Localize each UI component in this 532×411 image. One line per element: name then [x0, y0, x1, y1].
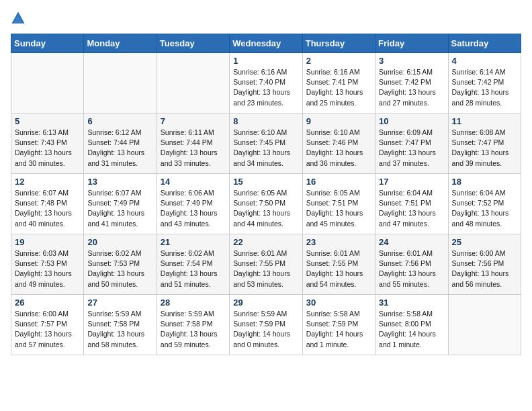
day-cell: 7Sunrise: 6:11 AMSunset: 7:44 PMDaylight… — [157, 113, 229, 174]
day-number: 30 — [306, 298, 371, 308]
day-number: 22 — [233, 237, 298, 247]
day-cell — [448, 295, 521, 355]
day-number: 15 — [233, 177, 298, 187]
day-number: 3 — [379, 56, 444, 66]
day-cell: 21Sunrise: 6:02 AMSunset: 7:54 PMDayligh… — [157, 234, 229, 295]
day-info: Sunrise: 6:00 AMSunset: 7:57 PMDaylight:… — [15, 309, 80, 350]
day-cell — [157, 53, 229, 113]
day-cell: 3Sunrise: 6:15 AMSunset: 7:42 PMDaylight… — [375, 53, 448, 113]
weekday-sunday: Sunday — [11, 34, 84, 53]
day-info: Sunrise: 5:59 AMSunset: 7:58 PMDaylight:… — [87, 309, 152, 350]
weekday-wednesday: Wednesday — [230, 34, 302, 53]
day-number: 2 — [306, 56, 371, 66]
logo-icon — [11, 11, 26, 26]
day-number: 23 — [306, 237, 371, 247]
day-info: Sunrise: 6:04 AMSunset: 7:51 PMDaylight:… — [379, 188, 444, 229]
day-info: Sunrise: 5:59 AMSunset: 7:59 PMDaylight:… — [233, 309, 298, 350]
day-cell: 31Sunrise: 5:58 AMSunset: 8:00 PMDayligh… — [375, 295, 448, 355]
day-cell: 30Sunrise: 5:58 AMSunset: 7:59 PMDayligh… — [302, 295, 375, 355]
day-info: Sunrise: 6:05 AMSunset: 7:50 PMDaylight:… — [233, 188, 298, 229]
day-info: Sunrise: 6:08 AMSunset: 7:47 PMDaylight:… — [452, 128, 517, 169]
day-info: Sunrise: 6:05 AMSunset: 7:51 PMDaylight:… — [306, 188, 371, 229]
calendar-header: SundayMondayTuesdayWednesdayThursdayFrid… — [11, 34, 521, 53]
weekday-thursday: Thursday — [302, 34, 375, 53]
weekday-tuesday: Tuesday — [157, 34, 229, 53]
day-info: Sunrise: 6:10 AMSunset: 7:46 PMDaylight:… — [306, 128, 371, 169]
calendar-table: SundayMondayTuesdayWednesdayThursdayFrid… — [11, 34, 521, 355]
day-cell: 26Sunrise: 6:00 AMSunset: 7:57 PMDayligh… — [11, 295, 84, 355]
weekday-header-row: SundayMondayTuesdayWednesdayThursdayFrid… — [11, 34, 521, 53]
day-info: Sunrise: 6:09 AMSunset: 7:47 PMDaylight:… — [379, 128, 444, 169]
day-info: Sunrise: 5:59 AMSunset: 7:58 PMDaylight:… — [161, 309, 226, 350]
day-cell: 23Sunrise: 6:01 AMSunset: 7:55 PMDayligh… — [302, 234, 375, 295]
day-number: 16 — [306, 177, 371, 187]
page-header — [11, 11, 521, 26]
day-number: 10 — [379, 116, 444, 126]
day-info: Sunrise: 6:01 AMSunset: 7:56 PMDaylight:… — [379, 248, 444, 289]
day-info: Sunrise: 6:06 AMSunset: 7:49 PMDaylight:… — [161, 188, 226, 229]
day-number: 13 — [87, 177, 152, 187]
weekday-friday: Friday — [375, 34, 448, 53]
day-info: Sunrise: 6:11 AMSunset: 7:44 PMDaylight:… — [161, 128, 226, 169]
day-cell: 28Sunrise: 5:59 AMSunset: 7:58 PMDayligh… — [157, 295, 229, 355]
day-info: Sunrise: 6:07 AMSunset: 7:49 PMDaylight:… — [87, 188, 152, 229]
day-number: 28 — [161, 298, 226, 308]
day-number: 7 — [161, 116, 226, 126]
day-number: 8 — [233, 116, 298, 126]
day-cell: 10Sunrise: 6:09 AMSunset: 7:47 PMDayligh… — [375, 113, 448, 174]
day-info: Sunrise: 6:12 AMSunset: 7:44 PMDaylight:… — [87, 128, 152, 169]
day-number: 5 — [15, 116, 80, 126]
day-cell: 25Sunrise: 6:00 AMSunset: 7:56 PMDayligh… — [448, 234, 521, 295]
day-cell: 14Sunrise: 6:06 AMSunset: 7:49 PMDayligh… — [157, 174, 229, 234]
day-cell: 19Sunrise: 6:03 AMSunset: 7:53 PMDayligh… — [11, 234, 84, 295]
day-number: 4 — [452, 56, 517, 66]
day-number: 29 — [233, 298, 298, 308]
week-row-1: 1Sunrise: 6:16 AMSunset: 7:40 PMDaylight… — [11, 53, 521, 113]
day-info: Sunrise: 6:04 AMSunset: 7:52 PMDaylight:… — [452, 188, 517, 229]
week-row-5: 26Sunrise: 6:00 AMSunset: 7:57 PMDayligh… — [11, 295, 521, 355]
day-cell: 11Sunrise: 6:08 AMSunset: 7:47 PMDayligh… — [448, 113, 521, 174]
calendar-body: 1Sunrise: 6:16 AMSunset: 7:40 PMDaylight… — [11, 53, 521, 355]
day-cell — [11, 53, 84, 113]
week-row-2: 5Sunrise: 6:13 AMSunset: 7:43 PMDaylight… — [11, 113, 521, 174]
day-cell: 18Sunrise: 6:04 AMSunset: 7:52 PMDayligh… — [448, 174, 521, 234]
day-cell — [84, 53, 157, 113]
day-number: 14 — [161, 177, 226, 187]
day-cell: 5Sunrise: 6:13 AMSunset: 7:43 PMDaylight… — [11, 113, 84, 174]
day-cell: 13Sunrise: 6:07 AMSunset: 7:49 PMDayligh… — [84, 174, 157, 234]
day-cell: 4Sunrise: 6:14 AMSunset: 7:42 PMDaylight… — [448, 53, 521, 113]
day-cell: 29Sunrise: 5:59 AMSunset: 7:59 PMDayligh… — [230, 295, 302, 355]
week-row-4: 19Sunrise: 6:03 AMSunset: 7:53 PMDayligh… — [11, 234, 521, 295]
day-number: 24 — [379, 237, 444, 247]
day-info: Sunrise: 6:16 AMSunset: 7:40 PMDaylight:… — [233, 67, 298, 108]
day-cell: 1Sunrise: 6:16 AMSunset: 7:40 PMDaylight… — [230, 53, 302, 113]
week-row-3: 12Sunrise: 6:07 AMSunset: 7:48 PMDayligh… — [11, 174, 521, 234]
day-cell: 22Sunrise: 6:01 AMSunset: 7:55 PMDayligh… — [230, 234, 302, 295]
weekday-monday: Monday — [84, 34, 157, 53]
day-info: Sunrise: 6:00 AMSunset: 7:56 PMDaylight:… — [452, 248, 517, 289]
day-cell: 2Sunrise: 6:16 AMSunset: 7:41 PMDaylight… — [302, 53, 375, 113]
day-cell: 16Sunrise: 6:05 AMSunset: 7:51 PMDayligh… — [302, 174, 375, 234]
weekday-saturday: Saturday — [448, 34, 521, 53]
day-info: Sunrise: 6:02 AMSunset: 7:54 PMDaylight:… — [161, 248, 226, 289]
day-cell: 6Sunrise: 6:12 AMSunset: 7:44 PMDaylight… — [84, 113, 157, 174]
day-info: Sunrise: 6:16 AMSunset: 7:41 PMDaylight:… — [306, 67, 371, 108]
day-number: 1 — [233, 56, 298, 66]
day-cell: 8Sunrise: 6:10 AMSunset: 7:45 PMDaylight… — [230, 113, 302, 174]
day-cell: 9Sunrise: 6:10 AMSunset: 7:46 PMDaylight… — [302, 113, 375, 174]
day-number: 27 — [87, 298, 152, 308]
day-info: Sunrise: 6:01 AMSunset: 7:55 PMDaylight:… — [306, 248, 371, 289]
day-cell: 27Sunrise: 5:59 AMSunset: 7:58 PMDayligh… — [84, 295, 157, 355]
day-number: 21 — [161, 237, 226, 247]
logo — [11, 11, 28, 26]
day-cell: 24Sunrise: 6:01 AMSunset: 7:56 PMDayligh… — [375, 234, 448, 295]
day-info: Sunrise: 6:07 AMSunset: 7:48 PMDaylight:… — [15, 188, 80, 229]
day-number: 25 — [452, 237, 517, 247]
day-number: 20 — [87, 237, 152, 247]
day-number: 9 — [306, 116, 371, 126]
day-cell: 17Sunrise: 6:04 AMSunset: 7:51 PMDayligh… — [375, 174, 448, 234]
day-number: 19 — [15, 237, 80, 247]
day-info: Sunrise: 6:01 AMSunset: 7:55 PMDaylight:… — [233, 248, 298, 289]
day-info: Sunrise: 6:10 AMSunset: 7:45 PMDaylight:… — [233, 128, 298, 169]
day-number: 6 — [87, 116, 152, 126]
